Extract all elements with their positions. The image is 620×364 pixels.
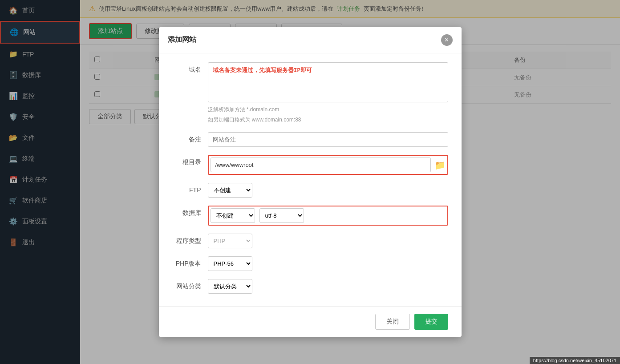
php-version-row: PHP版本 PHP-56 PHP-70 PHP-71 PHP-72 PHP-73… <box>172 256 448 271</box>
php-version-label: PHP版本 <box>172 256 208 268</box>
root-dir-wrapper: 📁 <box>208 155 448 175</box>
php-version-control: PHP-56 PHP-70 PHP-71 PHP-72 PHP-73 PHP-7… <box>208 256 448 271</box>
site-category-select[interactable]: 默认分类 <box>208 279 252 294</box>
dialog-title: 添加网站 <box>168 35 196 44</box>
dialog-close-btn[interactable]: 关闭 <box>375 314 410 330</box>
domain-control: 域名备案未通过，先填写服务器IP即可 泛解析添加方法 *.domain.com … <box>208 62 448 124</box>
program-type-label: 程序类型 <box>172 234 208 245</box>
dialog-footer: 关闭 提交 <box>159 306 462 337</box>
program-type-select[interactable]: PHP <box>208 234 252 248</box>
remark-input[interactable] <box>208 132 448 147</box>
database-control: 不创建 MySQL SQLite utf-8 gbk utf8mb4 <box>208 206 448 226</box>
root-dir-row: 根目录 📁 <box>172 155 448 175</box>
program-type-row: 程序类型 PHP <box>172 234 448 248</box>
database-row: 数据库 不创建 MySQL SQLite utf-8 gbk utf8mb4 <box>172 206 448 226</box>
dialog-submit-btn[interactable]: 提交 <box>414 314 448 330</box>
domain-hint2: 如另加端口格式为 www.domain.com:88 <box>208 116 448 124</box>
database-label: 数据库 <box>172 206 208 217</box>
browse-folder-button[interactable]: 📁 <box>434 160 446 170</box>
db-type-select[interactable]: 不创建 MySQL SQLite <box>211 208 255 223</box>
root-dir-label: 根目录 <box>172 155 208 166</box>
program-type-control: PHP <box>208 234 448 248</box>
site-category-row: 网站分类 默认分类 <box>172 279 448 294</box>
ftp-label: FTP <box>172 183 208 194</box>
site-category-label: 网站分类 <box>172 279 208 291</box>
domain-hint1: 泛解析添加方法 *.domain.com <box>208 105 448 114</box>
root-dir-input[interactable] <box>211 158 431 172</box>
domain-label: 域名 <box>172 62 208 74</box>
domain-row: 域名 域名备案未通过，先填写服务器IP即可 泛解析添加方法 *.domain.c… <box>172 62 448 124</box>
remark-control <box>208 132 448 147</box>
site-category-control: 默认分类 <box>208 279 448 294</box>
add-site-dialog: 添加网站 × 域名 域名备案未通过，先填写服务器IP即可 泛解析添加方法 *.d… <box>159 27 462 337</box>
domain-input[interactable]: 域名备案未通过，先填写服务器IP即可 <box>208 62 448 102</box>
ftp-row: FTP 不创建 创建 <box>172 183 448 198</box>
dialog-overlay: 添加网站 × 域名 域名备案未通过，先填写服务器IP即可 泛解析添加方法 *.d… <box>0 0 620 364</box>
ftp-control: 不创建 创建 <box>208 183 448 198</box>
php-version-select[interactable]: PHP-56 PHP-70 PHP-71 PHP-72 PHP-73 PHP-7… <box>208 256 252 271</box>
dialog-header: 添加网站 × <box>159 27 462 53</box>
ftp-select[interactable]: 不创建 创建 <box>208 183 252 198</box>
remark-row: 备注 <box>172 132 448 147</box>
root-dir-control: 📁 <box>208 155 448 175</box>
dialog-close-button[interactable]: × <box>441 34 453 46</box>
url-bar: https://blog.csdn.net/weixin_45102071 <box>530 357 620 364</box>
db-charset-select[interactable]: utf-8 gbk utf8mb4 <box>259 208 304 223</box>
dialog-body: 域名 域名备案未通过，先填写服务器IP即可 泛解析添加方法 *.domain.c… <box>159 53 462 306</box>
db-wrapper: 不创建 MySQL SQLite utf-8 gbk utf8mb4 <box>208 206 448 226</box>
remark-label: 备注 <box>172 132 208 144</box>
